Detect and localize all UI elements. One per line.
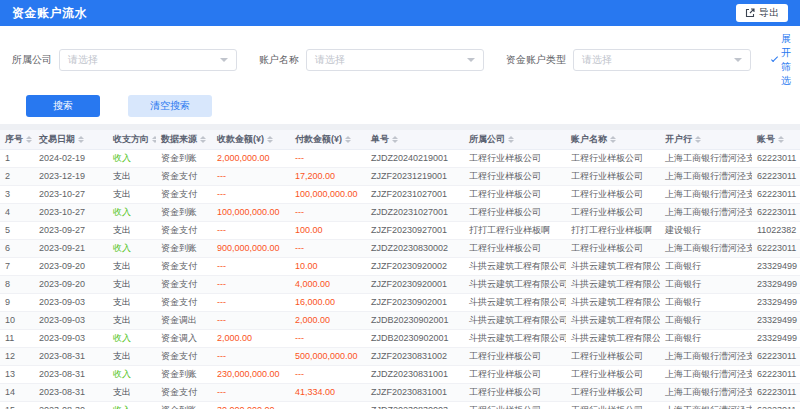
cell-pay: ---: [290, 203, 366, 221]
cell-date: 2023-08-31: [34, 347, 108, 365]
sort-icon[interactable]: [345, 133, 351, 146]
col-header-no[interactable]: 序号: [0, 130, 34, 149]
cell-company: 斗拱云建筑工程有限公司: [464, 311, 566, 329]
cell-acct_no: 62223011: [752, 149, 800, 167]
page-header: 资金账户流水 导出: [0, 0, 800, 26]
table-body: 12024-02-19收入资金到账2,000,000.00---ZJDZ2024…: [0, 149, 800, 409]
table-row[interactable]: 142023-08-31支出资金支付---41,334.00ZJZF202308…: [0, 383, 800, 401]
cell-dir: 收入: [108, 149, 156, 167]
cell-order: ZJZF20231027001: [366, 185, 464, 203]
expand-filters-toggle[interactable]: 展开筛选: [773, 32, 795, 88]
table-row[interactable]: 82023-09-20支出资金支付---4,000.00ZJZF20230920…: [0, 275, 800, 293]
cell-acct_no: 62223011: [752, 401, 800, 409]
search-button[interactable]: 搜索: [26, 95, 100, 117]
cell-no: 5: [0, 221, 34, 239]
sort-icon[interactable]: [26, 133, 32, 146]
col-header-source[interactable]: 数据来源: [156, 130, 212, 149]
cell-order: ZJDZ20231027001: [366, 203, 464, 221]
sort-icon[interactable]: [267, 133, 273, 146]
cell-pay: 100.00: [290, 221, 366, 239]
cell-company: 工程行业样板公司: [464, 383, 566, 401]
table-row[interactable]: 72023-09-20支出资金支付---10.00ZJZF20230920002…: [0, 257, 800, 275]
cell-recv: ---: [212, 221, 290, 239]
col-header-order-no[interactable]: 单号: [366, 130, 464, 149]
cell-dir: 支出: [108, 221, 156, 239]
cell-no: 9: [0, 293, 34, 311]
cell-company: 工程行业样板公司: [464, 239, 566, 257]
cell-company: 工程行业样板公司: [464, 365, 566, 383]
sort-icon[interactable]: [200, 133, 206, 146]
account-name-select[interactable]: 请选择: [306, 49, 484, 71]
cell-account: 斗拱云建筑工程有限公司: [566, 329, 660, 347]
table-row[interactable]: 102023-09-03支出资金调出---2,000.00ZJDB2023090…: [0, 311, 800, 329]
table-row[interactable]: 92023-09-03支出资金支付---16,000.00ZJZF2023090…: [0, 293, 800, 311]
table-row[interactable]: 122023-08-31支出资金支付---500,000,000.00ZJZF2…: [0, 347, 800, 365]
col-header-date[interactable]: 交易日期: [34, 130, 108, 149]
cell-order: ZJDB20230902001: [366, 311, 464, 329]
cell-company: 斗拱云建筑工程有限公司: [464, 329, 566, 347]
table-row[interactable]: 42023-10-27收入资金到账100,000,000.00---ZJDZ20…: [0, 203, 800, 221]
col-header-receipt-amount[interactable]: 收款金额(¥): [212, 130, 290, 149]
sort-icon[interactable]: [392, 133, 398, 146]
cell-pay: ---: [290, 149, 366, 167]
cell-no: 4: [0, 203, 34, 221]
cell-order: ZJZF20231219001: [366, 167, 464, 185]
cell-pay: ---: [290, 329, 366, 347]
account-type-select[interactable]: 请选择: [573, 49, 751, 71]
cell-pay: 10.00: [290, 257, 366, 275]
cell-no: 2: [0, 167, 34, 185]
cell-no: 10: [0, 311, 34, 329]
cell-recv: ---: [212, 293, 290, 311]
cell-recv: ---: [212, 167, 290, 185]
sort-icon[interactable]: [78, 133, 84, 146]
cell-bank: 工商银行: [660, 329, 752, 347]
cell-order: ZJDB20230902001: [366, 329, 464, 347]
col-header-account-no[interactable]: 账号: [752, 130, 800, 149]
cell-pay: 2,000.00: [290, 311, 366, 329]
table-row[interactable]: 152023-08-30收入资金到账30,000,000.00---ZJDZ20…: [0, 401, 800, 409]
cell-src: 资金到账: [156, 239, 212, 257]
cell-dir: 收入: [108, 401, 156, 409]
export-button[interactable]: 导出: [736, 4, 788, 22]
account-type-filter-label: 资金账户类型: [506, 53, 566, 67]
table-row[interactable]: 22023-12-19支出资金支付---17,200.00ZJZF2023121…: [0, 167, 800, 185]
col-header-bank[interactable]: 开户行: [660, 130, 752, 149]
cell-bank: 上海工商银行漕河泾支行: [660, 365, 752, 383]
table-row[interactable]: 132023-08-31收入资金到账230,000,000.00---ZJDZ2…: [0, 365, 800, 383]
col-header-payment-amount[interactable]: 付款金额(¥): [290, 130, 366, 149]
filter-field-company: 所属公司 请选择: [12, 49, 237, 71]
col-header-company[interactable]: 所属公司: [464, 130, 566, 149]
cell-account: 工程行业样板公司: [566, 383, 660, 401]
cell-company: 工程行业样板公司: [464, 347, 566, 365]
cell-src: 资金到账: [156, 149, 212, 167]
cell-date: 2024-02-19: [34, 149, 108, 167]
sort-icon[interactable]: [610, 133, 616, 146]
cell-order: ZJZF20230920001: [366, 275, 464, 293]
table-row[interactable]: 112023-09-03收入资金调入2,000.00---ZJDB2023090…: [0, 329, 800, 347]
cell-dir: 支出: [108, 293, 156, 311]
col-header-direction[interactable]: 收支方向: [108, 130, 156, 149]
cell-src: 资金到账: [156, 401, 212, 409]
cell-account: 工程行业样板公司: [566, 365, 660, 383]
table-row[interactable]: 52023-09-27支出资金支付---100.00ZJZF2023092700…: [0, 221, 800, 239]
cell-account: 工程行业样板公司: [566, 401, 660, 409]
sort-icon[interactable]: [152, 133, 156, 146]
page-title: 资金账户流水: [12, 5, 87, 22]
table-row[interactable]: 12024-02-19收入资金到账2,000,000.00---ZJDZ2024…: [0, 149, 800, 167]
clear-search-button[interactable]: 清空搜索: [128, 95, 212, 117]
cell-bank: 建设银行: [660, 221, 752, 239]
sort-icon[interactable]: [778, 133, 784, 146]
cell-acct_no: 62223011: [752, 347, 800, 365]
cell-no: 7: [0, 257, 34, 275]
cell-pay: 17,200.00: [290, 167, 366, 185]
table-row[interactable]: 62023-09-21收入资金到账900,000,000.00---ZJDZ20…: [0, 239, 800, 257]
sort-icon[interactable]: [508, 133, 514, 146]
cell-recv: ---: [212, 275, 290, 293]
cell-bank: 上海工商银行漕河泾支行: [660, 185, 752, 203]
sort-icon[interactable]: [695, 133, 701, 146]
cell-date: 2023-10-27: [34, 185, 108, 203]
table-row[interactable]: 32023-10-27支出资金支付---100,000,000.00ZJZF20…: [0, 185, 800, 203]
col-header-account-name[interactable]: 账户名称: [566, 130, 660, 149]
cell-account: 斗拱云建筑工程有限公司: [566, 293, 660, 311]
company-select[interactable]: 请选择: [59, 49, 237, 71]
